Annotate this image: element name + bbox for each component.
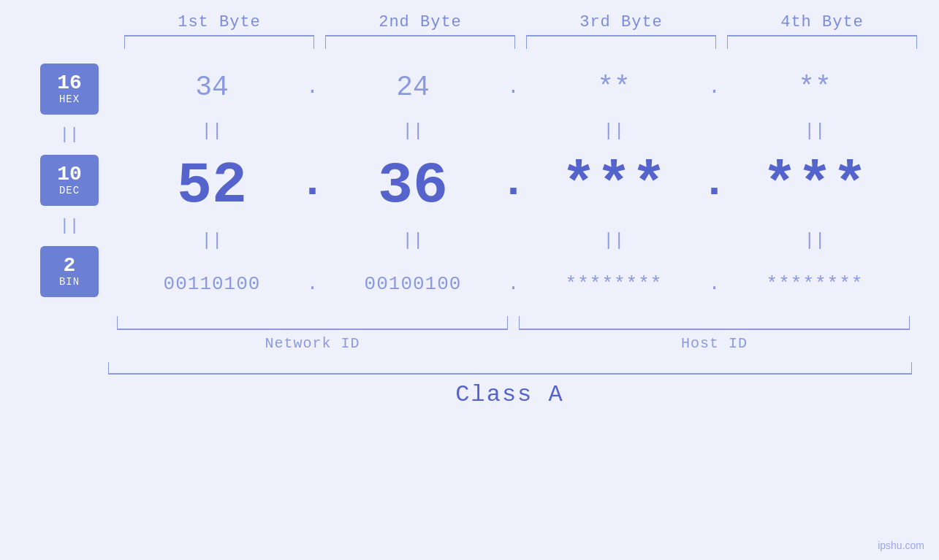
dec-label-box: 10 DEC <box>40 155 99 206</box>
eq2-byte1: || <box>117 226 307 255</box>
bin-byte1-cell: 00110100 <box>117 273 307 295</box>
class-a-label: Class A <box>455 381 563 408</box>
bin-label-box: 2 BIN <box>40 246 99 297</box>
hex-byte1-value: 34 <box>195 72 229 103</box>
byte3-header: 3rd Byte <box>521 13 722 31</box>
dot-dec-2: . <box>508 158 519 213</box>
bin-data-row: 00110100 . 00100100 . ******** . *******… <box>117 255 939 313</box>
eq-spacer-1: || <box>60 115 79 155</box>
dec-byte4-value: *** <box>762 153 867 219</box>
hex-byte2-value: 24 <box>396 72 430 103</box>
byte4-header: 4th Byte <box>722 13 923 31</box>
eq1-byte1: || <box>117 116 307 145</box>
byte2-header: 2nd Byte <box>320 13 521 31</box>
dec-number: 10 <box>57 164 82 185</box>
top-bracket-row <box>0 34 939 50</box>
bin-byte4-value: ******** <box>767 273 864 295</box>
bracket-byte3 <box>526 34 716 50</box>
bracket-byte4 <box>727 34 917 50</box>
eq2-byte2: || <box>318 226 508 255</box>
hex-byte4-cell: ** <box>720 72 910 103</box>
network-id-bracket <box>117 316 508 331</box>
dec-byte1-cell: 52 <box>117 153 307 219</box>
dec-byte2-cell: 36 <box>318 153 508 219</box>
hex-byte2-cell: 24 <box>318 72 508 103</box>
id-labels-row: Network ID Host ID <box>117 335 939 352</box>
eq2-byte3: || <box>519 226 709 255</box>
hex-byte4-value: ** <box>798 72 832 103</box>
header-row: 1st Byte 2nd Byte 3rd Byte 4th Byte <box>0 13 939 31</box>
byte1-header: 1st Byte <box>119 13 320 31</box>
eq2-byte4: || <box>720 226 910 255</box>
bin-byte3-value: ******** <box>566 273 663 295</box>
eq1-byte4: || <box>720 116 910 145</box>
dec-byte3-cell: *** <box>519 153 709 219</box>
dec-byte3-value: *** <box>561 153 666 219</box>
dec-byte2-value: 36 <box>378 153 448 219</box>
eq1-byte2: || <box>318 116 508 145</box>
dec-data-row: 52 . 36 . *** . *** <box>117 145 939 226</box>
dec-byte1-value: 52 <box>177 153 247 219</box>
hex-number: 16 <box>57 73 82 93</box>
hex-byte3-value: ** <box>597 72 631 103</box>
dec-byte4-cell: *** <box>720 153 910 219</box>
dot-bin-3: . <box>709 273 720 295</box>
bin-byte1-value: 00110100 <box>164 273 261 295</box>
bin-byte2-cell: 00100100 <box>318 273 508 295</box>
dot-hex-1: . <box>307 76 318 99</box>
class-section: Class A <box>0 362 939 408</box>
bracket-byte2 <box>325 34 515 50</box>
hex-data-row: 34 . 24 . ** . ** <box>117 58 939 116</box>
network-id-label: Network ID <box>117 335 508 352</box>
dot-hex-3: . <box>709 76 720 99</box>
eq1-byte3: || <box>519 116 709 145</box>
dot-dec-3: . <box>709 158 720 213</box>
hex-name: HEX <box>59 93 80 105</box>
bracket-byte1 <box>124 34 314 50</box>
base-labels-col: 16 HEX || 10 DEC || 2 BIN <box>22 58 117 352</box>
bin-name: BIN <box>59 276 80 288</box>
dot-hex-2: . <box>508 76 519 99</box>
bottom-brackets-row <box>117 316 939 331</box>
eq-spacer-2: || <box>60 206 79 246</box>
hex-byte3-cell: ** <box>519 72 709 103</box>
watermark: ipshu.com <box>878 540 924 551</box>
dot-dec-1: . <box>307 158 318 213</box>
bin-byte3-cell: ******** <box>519 273 709 295</box>
data-columns: 34 . 24 . ** . ** || || <box>117 58 939 352</box>
dec-name: DEC <box>59 185 80 196</box>
bin-number: 2 <box>64 256 76 276</box>
class-bracket <box>108 362 912 375</box>
hex-byte1-cell: 34 <box>117 72 307 103</box>
host-id-label: Host ID <box>519 335 910 352</box>
hex-label-box: 16 HEX <box>40 64 99 115</box>
main-container: 1st Byte 2nd Byte 3rd Byte 4th Byte <box>0 0 939 560</box>
dot-bin-2: . <box>508 273 519 295</box>
bin-byte4-cell: ******** <box>720 273 910 295</box>
eq-row-2: || || || || <box>117 226 939 255</box>
host-id-bracket <box>519 316 910 331</box>
dot-bin-1: . <box>307 273 318 295</box>
eq-row-1: || || || || <box>117 116 939 145</box>
bin-byte2-value: 00100100 <box>365 273 462 295</box>
